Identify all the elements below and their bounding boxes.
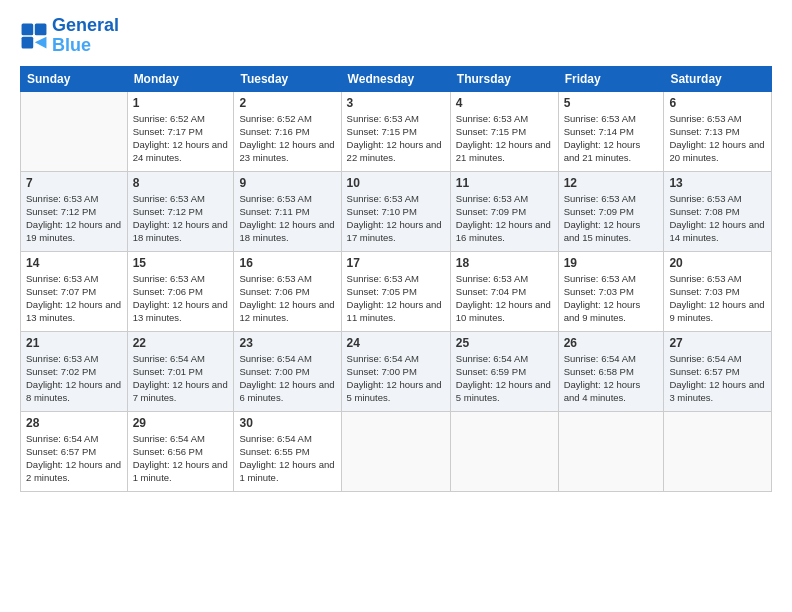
day-info: Sunrise: 6:53 AM Sunset: 7:02 PM Dayligh… [26, 352, 122, 405]
calendar-day-cell [21, 91, 128, 171]
calendar-day-cell: 30 Sunrise: 6:54 AM Sunset: 6:55 PM Dayl… [234, 411, 341, 491]
day-number: 21 [26, 336, 122, 350]
logo: General Blue [20, 16, 119, 56]
logo-text: General Blue [52, 16, 119, 56]
day-number: 25 [456, 336, 553, 350]
day-number: 11 [456, 176, 553, 190]
col-sunday: Sunday [21, 66, 128, 91]
col-friday: Friday [558, 66, 664, 91]
day-info: Sunrise: 6:54 AM Sunset: 6:57 PM Dayligh… [26, 432, 122, 485]
day-info: Sunrise: 6:54 AM Sunset: 6:58 PM Dayligh… [564, 352, 659, 405]
day-number: 3 [347, 96, 445, 110]
day-number: 27 [669, 336, 766, 350]
day-info: Sunrise: 6:54 AM Sunset: 6:57 PM Dayligh… [669, 352, 766, 405]
calendar-day-cell: 20 Sunrise: 6:53 AM Sunset: 7:03 PM Dayl… [664, 251, 772, 331]
svg-rect-2 [22, 37, 34, 49]
day-info: Sunrise: 6:53 AM Sunset: 7:06 PM Dayligh… [239, 272, 335, 325]
col-thursday: Thursday [450, 66, 558, 91]
day-info: Sunrise: 6:53 AM Sunset: 7:08 PM Dayligh… [669, 192, 766, 245]
page: General Blue Sunday Monday Tuesday Wedne… [0, 0, 792, 612]
day-info: Sunrise: 6:53 AM Sunset: 7:04 PM Dayligh… [456, 272, 553, 325]
calendar-day-cell [664, 411, 772, 491]
calendar-day-cell: 27 Sunrise: 6:54 AM Sunset: 6:57 PM Dayl… [664, 331, 772, 411]
day-number: 8 [133, 176, 229, 190]
day-number: 23 [239, 336, 335, 350]
calendar-day-cell: 22 Sunrise: 6:54 AM Sunset: 7:01 PM Dayl… [127, 331, 234, 411]
day-number: 18 [456, 256, 553, 270]
day-info: Sunrise: 6:53 AM Sunset: 7:13 PM Dayligh… [669, 112, 766, 165]
day-info: Sunrise: 6:53 AM Sunset: 7:12 PM Dayligh… [133, 192, 229, 245]
col-monday: Monday [127, 66, 234, 91]
day-info: Sunrise: 6:54 AM Sunset: 7:01 PM Dayligh… [133, 352, 229, 405]
day-number: 10 [347, 176, 445, 190]
day-number: 17 [347, 256, 445, 270]
calendar-day-cell: 8 Sunrise: 6:53 AM Sunset: 7:12 PM Dayli… [127, 171, 234, 251]
day-info: Sunrise: 6:54 AM Sunset: 6:56 PM Dayligh… [133, 432, 229, 485]
svg-rect-1 [35, 23, 47, 35]
day-info: Sunrise: 6:53 AM Sunset: 7:05 PM Dayligh… [347, 272, 445, 325]
day-number: 19 [564, 256, 659, 270]
calendar-day-cell: 24 Sunrise: 6:54 AM Sunset: 7:00 PM Dayl… [341, 331, 450, 411]
day-info: Sunrise: 6:54 AM Sunset: 7:00 PM Dayligh… [347, 352, 445, 405]
day-info: Sunrise: 6:54 AM Sunset: 6:59 PM Dayligh… [456, 352, 553, 405]
day-info: Sunrise: 6:53 AM Sunset: 7:03 PM Dayligh… [669, 272, 766, 325]
calendar-week-row: 21 Sunrise: 6:53 AM Sunset: 7:02 PM Dayl… [21, 331, 772, 411]
day-number: 26 [564, 336, 659, 350]
day-number: 16 [239, 256, 335, 270]
logo-icon [20, 22, 48, 50]
col-wednesday: Wednesday [341, 66, 450, 91]
day-number: 28 [26, 416, 122, 430]
calendar-day-cell: 26 Sunrise: 6:54 AM Sunset: 6:58 PM Dayl… [558, 331, 664, 411]
day-info: Sunrise: 6:54 AM Sunset: 7:00 PM Dayligh… [239, 352, 335, 405]
day-number: 13 [669, 176, 766, 190]
calendar-day-cell: 18 Sunrise: 6:53 AM Sunset: 7:04 PM Dayl… [450, 251, 558, 331]
day-info: Sunrise: 6:53 AM Sunset: 7:07 PM Dayligh… [26, 272, 122, 325]
day-info: Sunrise: 6:52 AM Sunset: 7:16 PM Dayligh… [239, 112, 335, 165]
day-number: 14 [26, 256, 122, 270]
day-info: Sunrise: 6:53 AM Sunset: 7:03 PM Dayligh… [564, 272, 659, 325]
calendar-week-row: 7 Sunrise: 6:53 AM Sunset: 7:12 PM Dayli… [21, 171, 772, 251]
day-number: 30 [239, 416, 335, 430]
calendar-header-row: Sunday Monday Tuesday Wednesday Thursday… [21, 66, 772, 91]
day-number: 22 [133, 336, 229, 350]
calendar-day-cell: 9 Sunrise: 6:53 AM Sunset: 7:11 PM Dayli… [234, 171, 341, 251]
day-info: Sunrise: 6:53 AM Sunset: 7:15 PM Dayligh… [347, 112, 445, 165]
day-number: 2 [239, 96, 335, 110]
calendar-day-cell: 10 Sunrise: 6:53 AM Sunset: 7:10 PM Dayl… [341, 171, 450, 251]
col-tuesday: Tuesday [234, 66, 341, 91]
day-number: 20 [669, 256, 766, 270]
calendar-day-cell: 19 Sunrise: 6:53 AM Sunset: 7:03 PM Dayl… [558, 251, 664, 331]
logo-blue: Blue [52, 35, 91, 55]
calendar-day-cell: 12 Sunrise: 6:53 AM Sunset: 7:09 PM Dayl… [558, 171, 664, 251]
day-info: Sunrise: 6:53 AM Sunset: 7:09 PM Dayligh… [456, 192, 553, 245]
day-info: Sunrise: 6:53 AM Sunset: 7:10 PM Dayligh… [347, 192, 445, 245]
day-number: 24 [347, 336, 445, 350]
calendar-day-cell: 3 Sunrise: 6:53 AM Sunset: 7:15 PM Dayli… [341, 91, 450, 171]
day-info: Sunrise: 6:53 AM Sunset: 7:11 PM Dayligh… [239, 192, 335, 245]
svg-marker-3 [35, 37, 47, 49]
day-info: Sunrise: 6:53 AM Sunset: 7:06 PM Dayligh… [133, 272, 229, 325]
day-info: Sunrise: 6:54 AM Sunset: 6:55 PM Dayligh… [239, 432, 335, 485]
day-info: Sunrise: 6:53 AM Sunset: 7:09 PM Dayligh… [564, 192, 659, 245]
calendar-day-cell: 15 Sunrise: 6:53 AM Sunset: 7:06 PM Dayl… [127, 251, 234, 331]
col-saturday: Saturday [664, 66, 772, 91]
day-info: Sunrise: 6:53 AM Sunset: 7:15 PM Dayligh… [456, 112, 553, 165]
day-number: 1 [133, 96, 229, 110]
day-number: 12 [564, 176, 659, 190]
calendar-week-row: 28 Sunrise: 6:54 AM Sunset: 6:57 PM Dayl… [21, 411, 772, 491]
logo-general: General [52, 15, 119, 35]
calendar-week-row: 14 Sunrise: 6:53 AM Sunset: 7:07 PM Dayl… [21, 251, 772, 331]
calendar-day-cell: 1 Sunrise: 6:52 AM Sunset: 7:17 PM Dayli… [127, 91, 234, 171]
calendar-day-cell: 17 Sunrise: 6:53 AM Sunset: 7:05 PM Dayl… [341, 251, 450, 331]
day-info: Sunrise: 6:53 AM Sunset: 7:12 PM Dayligh… [26, 192, 122, 245]
calendar-day-cell: 6 Sunrise: 6:53 AM Sunset: 7:13 PM Dayli… [664, 91, 772, 171]
calendar-day-cell: 14 Sunrise: 6:53 AM Sunset: 7:07 PM Dayl… [21, 251, 128, 331]
day-number: 29 [133, 416, 229, 430]
calendar-day-cell: 29 Sunrise: 6:54 AM Sunset: 6:56 PM Dayl… [127, 411, 234, 491]
calendar-day-cell: 16 Sunrise: 6:53 AM Sunset: 7:06 PM Dayl… [234, 251, 341, 331]
calendar-day-cell: 5 Sunrise: 6:53 AM Sunset: 7:14 PM Dayli… [558, 91, 664, 171]
calendar-week-row: 1 Sunrise: 6:52 AM Sunset: 7:17 PM Dayli… [21, 91, 772, 171]
day-number: 6 [669, 96, 766, 110]
calendar-table: Sunday Monday Tuesday Wednesday Thursday… [20, 66, 772, 492]
day-number: 7 [26, 176, 122, 190]
